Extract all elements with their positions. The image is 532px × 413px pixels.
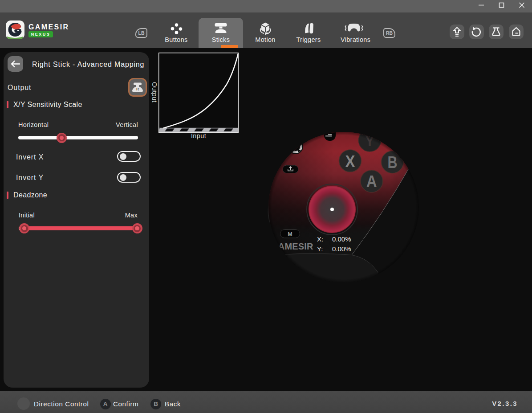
svg-text:R: R: [136, 87, 139, 91]
